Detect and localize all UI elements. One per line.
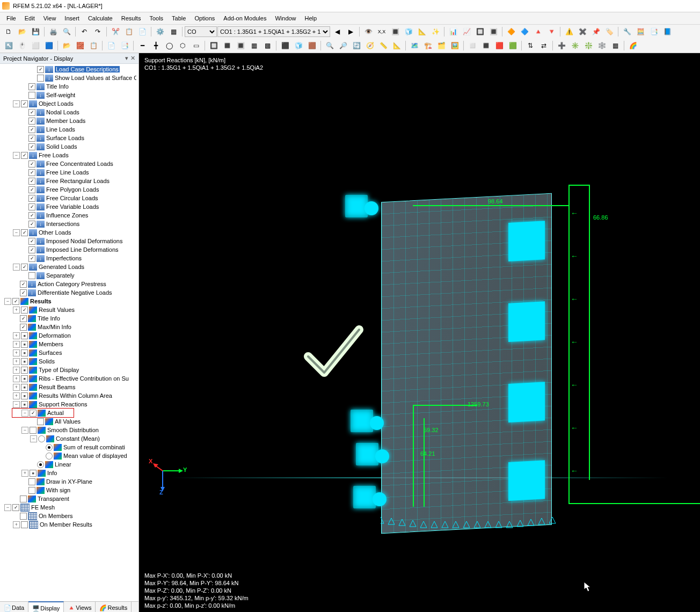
tb-prev-icon[interactable]: ◀ [331, 25, 344, 38]
tree-checkbox[interactable] [28, 92, 35, 99]
tb2-19-icon[interactable]: ▩ [261, 39, 274, 52]
tree-checkbox[interactable] [20, 281, 27, 288]
tree-node[interactable]: Member Loads [0, 116, 138, 125]
tree-checkbox[interactable] [21, 341, 28, 348]
tb-view-4-icon[interactable]: 🧊 [402, 25, 415, 38]
tb2-37-icon[interactable]: ⇅ [524, 39, 537, 52]
tree-node[interactable]: Imposed Line Deformations [0, 245, 138, 254]
expand-toggle-icon[interactable]: − [21, 410, 28, 417]
tree-node[interactable]: Free Concentrated Loads [0, 159, 138, 168]
tree-checkbox[interactable] [28, 161, 35, 167]
tb-view-9-icon[interactable]: 🔲 [473, 25, 486, 38]
tb-view-20-icon[interactable]: 🧮 [634, 25, 647, 38]
menu-window[interactable]: Window [271, 14, 300, 23]
tb2-38-icon[interactable]: ⇄ [537, 39, 550, 52]
tb-open-icon[interactable]: 📂 [16, 25, 28, 38]
tree-node[interactable]: Separately [0, 271, 138, 280]
tree-checkbox[interactable] [28, 487, 35, 494]
tree-node[interactable]: Differentiate Negative Loads [0, 288, 138, 297]
tree-checkbox[interactable] [21, 152, 28, 159]
tb2-42-icon[interactable]: 🕸️ [595, 39, 608, 52]
tree-node[interactable]: Max/Min Info [0, 323, 138, 331]
tree-node[interactable]: Line Loads [0, 125, 138, 134]
tree-node[interactable]: Action Category Prestress [0, 280, 138, 288]
tb-undo-icon[interactable]: ↶ [78, 25, 91, 38]
expand-toggle-icon[interactable]: − [13, 401, 20, 408]
tb-view-8-icon[interactable]: 📈 [460, 25, 473, 38]
tb2-34-icon[interactable]: ◼️ [479, 39, 492, 52]
tree-checkbox[interactable] [20, 289, 27, 296]
expand-toggle-icon[interactable]: − [13, 100, 20, 107]
tb-view-17-icon[interactable]: 📌 [589, 25, 602, 38]
tb-view-11-icon[interactable]: 🔶 [505, 25, 517, 38]
tb-view-2-icon[interactable]: X,X [375, 25, 388, 38]
tb2-39-icon[interactable]: ➕ [555, 39, 568, 52]
tree-checkbox[interactable] [28, 83, 35, 90]
tb2-16-icon[interactable]: ◼️ [221, 39, 234, 52]
tb2-20-icon[interactable]: ⬛ [279, 39, 291, 52]
tree-node[interactable]: +Type of Display [0, 366, 138, 374]
tb2-8-icon[interactable]: 📄 [105, 39, 118, 52]
tb-print-icon[interactable]: 🖨️ [47, 25, 60, 38]
tb2-1-icon[interactable]: ↖️ [2, 39, 15, 52]
expand-toggle-icon[interactable]: − [13, 152, 20, 159]
tb2-12-icon[interactable]: ◯ [163, 39, 176, 52]
tree-checkbox[interactable] [21, 384, 28, 391]
tree-node[interactable]: With sign [0, 486, 138, 494]
expand-toggle-icon[interactable]: − [13, 229, 20, 236]
expand-toggle-icon[interactable]: − [21, 427, 28, 434]
tree-node[interactable]: Show Load Values at Surface Ce [0, 74, 138, 82]
navigator-tree[interactable]: Load Case DescriptionsShow Load Values a… [0, 64, 138, 601]
tree-radio[interactable] [38, 435, 45, 442]
tb-view-7-icon[interactable]: 📊 [447, 25, 460, 38]
menu-tools[interactable]: Tools [145, 14, 167, 23]
navigator-close-icon[interactable]: ✕ [130, 55, 135, 62]
tree-node[interactable]: Imperfections [0, 254, 138, 263]
tb-view-1-icon[interactable]: 👁️ [362, 25, 375, 38]
tree-checkbox[interactable] [20, 513, 27, 520]
tree-checkbox[interactable] [21, 307, 28, 314]
menu-calculate[interactable]: Calculate [84, 14, 117, 23]
tree-checkbox[interactable] [30, 427, 37, 434]
tb2-18-icon[interactable]: ▦ [247, 39, 260, 52]
tb2-5-icon[interactable]: 📂 [60, 39, 73, 52]
tab-views[interactable]: 🔺Views [64, 602, 96, 612]
menu-addons[interactable]: Add-on Modules [219, 14, 271, 23]
expand-toggle-icon[interactable]: + [13, 307, 20, 314]
tree-node[interactable]: +Info [0, 469, 138, 477]
tb2-13-icon[interactable]: ⬡ [176, 39, 189, 52]
tree-node[interactable]: −Generated Loads [0, 263, 138, 271]
tree-checkbox[interactable] [28, 109, 35, 116]
menu-table[interactable]: Table [167, 14, 190, 23]
tb-preview-icon[interactable]: 🔍 [60, 25, 73, 38]
expand-toggle-icon[interactable]: + [13, 349, 20, 356]
tree-node[interactable]: Load Case Descriptions [0, 65, 138, 74]
tree-node[interactable]: Draw in XY-Plane [0, 477, 138, 486]
tb2-25-icon[interactable]: 🔄 [350, 39, 363, 52]
tb2-17-icon[interactable]: 🔳 [234, 39, 247, 52]
tree-checkbox[interactable] [21, 367, 28, 374]
tree-node[interactable]: Solid Loads [0, 142, 138, 151]
tb2-40-icon[interactable]: ✳️ [568, 39, 581, 52]
tree-node[interactable]: All Values [0, 417, 138, 426]
tree-checkbox[interactable] [21, 401, 28, 408]
tree-checkbox[interactable] [28, 255, 35, 262]
tb-view-19-icon[interactable]: 🔧 [621, 25, 633, 38]
tree-checkbox[interactable] [28, 246, 35, 253]
tree-node[interactable]: Surface Loads [0, 134, 138, 142]
tb-redo-icon[interactable]: ↷ [91, 25, 104, 38]
tree-node[interactable]: Transparent [0, 494, 138, 503]
expand-toggle-icon[interactable]: + [13, 375, 20, 382]
navigator-dropdown-icon[interactable]: ▾ [125, 55, 128, 62]
tb2-10-icon[interactable]: ━ [136, 39, 149, 52]
tb2-31-icon[interactable]: 🗂️ [435, 39, 448, 52]
tree-node[interactable]: +Result Values [0, 305, 138, 314]
tb-view-3-icon[interactable]: 🔳 [389, 25, 402, 38]
tree-checkbox[interactable] [21, 332, 28, 339]
expand-toggle-icon[interactable]: + [13, 358, 20, 365]
tree-node[interactable]: Self-weight [0, 91, 138, 99]
tb2-43-icon[interactable]: ▦ [609, 39, 622, 52]
tree-node[interactable]: +Ribs - Effective Contribution on Su [0, 374, 138, 383]
tb-paste-icon[interactable]: 📄 [136, 25, 149, 38]
expand-toggle-icon[interactable]: + [21, 470, 28, 477]
